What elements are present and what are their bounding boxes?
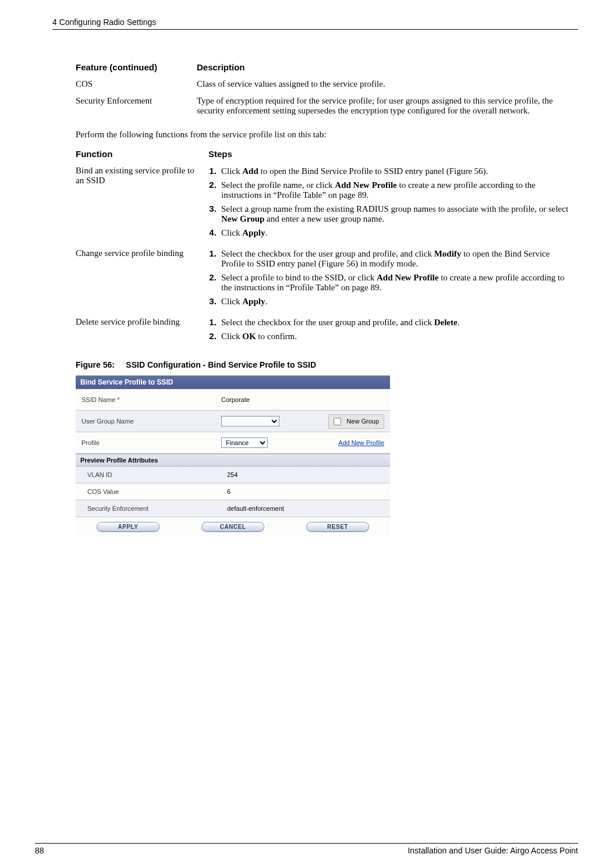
security-label: Security Enforcement — [76, 505, 227, 512]
body-paragraph: Perform the following functions from the… — [76, 130, 578, 140]
required-icon: * — [117, 396, 119, 403]
function-header: Function — [76, 145, 208, 162]
ssid-name-value: Corporate — [221, 396, 390, 403]
step-item: Select a group name from the existing RA… — [219, 204, 573, 224]
add-new-profile-link[interactable]: Add New Profile — [338, 439, 384, 446]
vlan-label: VLAN ID — [76, 471, 227, 478]
function-cell: Delete service profile binding — [76, 314, 208, 348]
feature-cell: COS — [76, 76, 197, 93]
security-value: default-enforcement — [227, 505, 390, 512]
figure-title: SSID Configuration - Bind Service Profil… — [126, 360, 316, 369]
page-number: 88 — [35, 846, 44, 855]
cancel-button[interactable]: CANCEL — [201, 522, 264, 532]
steps-cell: Click Add to open the Bind Service Profi… — [208, 162, 578, 245]
preview-attributes-header: Preview Profile Attributes — [76, 454, 390, 467]
profile-label: Profile — [76, 439, 221, 446]
description-cell: Class of service values assigned to the … — [197, 76, 578, 93]
button-row: APPLY CANCEL RESET — [76, 517, 390, 536]
table-row: Bind an existing service profile to an S… — [76, 162, 578, 245]
step-item: Select the profile name, or click Add Ne… — [219, 180, 573, 200]
description-header: Description — [197, 59, 578, 76]
table-row: COS Class of service values assigned to … — [76, 76, 578, 93]
feature-cell: Security Enforcement — [76, 93, 197, 119]
reset-button[interactable]: RESET — [306, 522, 369, 532]
user-group-select[interactable] — [221, 416, 279, 426]
footer-title: Installation and User Guide: Airgo Acces… — [408, 846, 578, 855]
security-row: Security Enforcement default-enforcement — [76, 500, 390, 517]
step-item: Select the checkbox for the user group a… — [219, 317, 573, 328]
function-cell: Change service profile binding — [76, 245, 208, 314]
step-item: Click Apply. — [219, 227, 573, 238]
figure-caption: Figure 56: SSID Configuration - Bind Ser… — [76, 360, 578, 369]
step-item: Select the checkbox for the user group a… — [219, 248, 573, 269]
function-cell: Bind an existing service profile to an S… — [76, 162, 208, 245]
step-item: Click Add to open the Bind Service Profi… — [219, 166, 573, 176]
ssid-name-label: SSID Name * — [76, 396, 221, 403]
bind-service-panel: Bind Service Profile to SSID SSID Name *… — [76, 375, 390, 536]
function-table: Function Steps Bind an existing service … — [76, 145, 578, 348]
step-item: Select a profile to bind to the SSID, or… — [219, 272, 573, 293]
vlan-row: VLAN ID 254 — [76, 467, 390, 483]
page-footer: 88 Installation and User Guide: Airgo Ac… — [35, 843, 578, 855]
steps-header: Steps — [208, 145, 578, 162]
panel-title: Bind Service Profile to SSID — [76, 376, 390, 389]
ssid-name-row: SSID Name * Corporate — [76, 389, 390, 411]
feature-header: Feature (continued) — [76, 59, 197, 76]
new-group-checkbox[interactable] — [334, 418, 341, 425]
apply-button[interactable]: APPLY — [97, 522, 160, 532]
cos-row: COS Value 6 — [76, 483, 390, 500]
cos-label: COS Value — [76, 488, 227, 495]
step-item: Click OK to confirm. — [219, 331, 573, 341]
steps-cell: Select the checkbox for the user group a… — [208, 245, 578, 314]
vlan-value: 254 — [227, 471, 390, 478]
chapter-title: 4 Configuring Radio Settings — [52, 17, 156, 27]
profile-select[interactable]: Finance — [221, 437, 268, 448]
table-row: Delete service profile binding Select th… — [76, 314, 578, 348]
description-cell: Type of encryption required for the serv… — [197, 93, 578, 119]
figure-label: Figure 56: — [76, 360, 115, 369]
step-item: Click Apply. — [219, 296, 573, 307]
feature-table: Feature (continued) Description COS Clas… — [76, 59, 578, 119]
table-row: Security Enforcement Type of encryption … — [76, 93, 578, 119]
user-group-row: User Group Name New Group — [76, 411, 390, 432]
user-group-label: User Group Name — [76, 418, 221, 425]
cos-value: 6 — [227, 488, 390, 495]
profile-row: Profile Finance Add New Profile — [76, 432, 390, 454]
chapter-header: 4 Configuring Radio Settings — [52, 17, 578, 30]
table-row: Change service profile binding Select th… — [76, 245, 578, 314]
new-group-label: New Group — [346, 418, 379, 425]
steps-cell: Select the checkbox for the user group a… — [208, 314, 578, 348]
